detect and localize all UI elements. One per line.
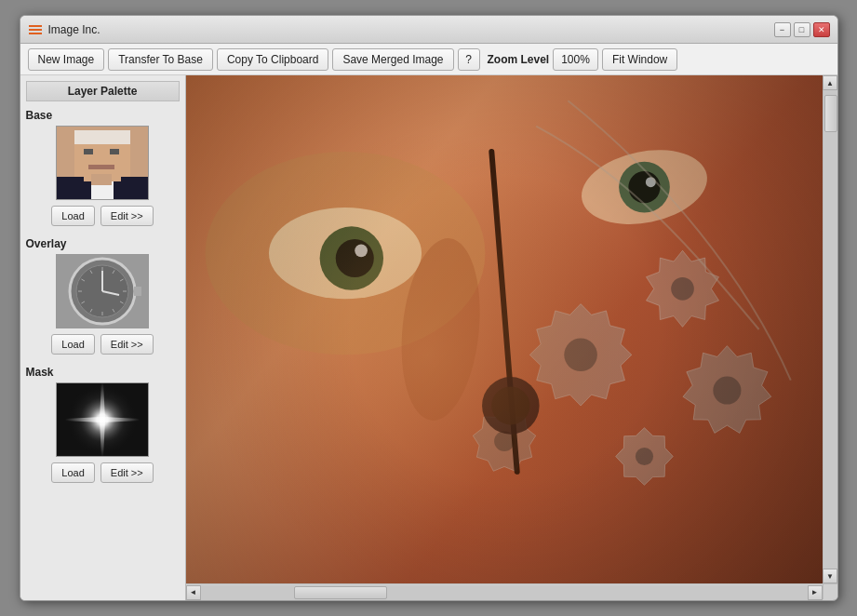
close-button[interactable]: ✕ <box>813 22 830 37</box>
mask-thumbnail <box>56 382 149 457</box>
zoom-level-label: Zoom Level <box>488 53 550 66</box>
scroll-corner <box>823 584 837 599</box>
overlay-edit-button[interactable]: Edit >> <box>100 334 154 355</box>
toolbar: New Image Transfer To Base Copy To Clipb… <box>20 44 837 75</box>
image-row: ▲ ▼ <box>186 75 837 583</box>
main-image-canvas <box>186 75 823 583</box>
scroll-up-button[interactable]: ▲ <box>823 75 837 90</box>
copy-to-clipboard-button[interactable]: Copy To Clipboard <box>217 48 329 71</box>
base-thumbnail <box>56 126 149 200</box>
vertical-scrollbar: ▲ ▼ <box>823 75 837 583</box>
base-controls: Load Edit >> <box>26 206 180 226</box>
bottom-area: ◄ ► <box>186 583 837 600</box>
horizontal-scrollbar: ◄ ► <box>186 584 823 600</box>
minimize-button[interactable]: − <box>774 22 791 37</box>
app-logo-icon <box>28 22 43 37</box>
zoom-value-display: 100% <box>553 48 598 71</box>
app-title: Image Inc. <box>48 23 100 36</box>
base-canvas <box>56 126 149 200</box>
mask-edit-button[interactable]: Edit >> <box>100 462 154 483</box>
base-edit-button[interactable]: Edit >> <box>100 206 154 226</box>
maximize-button[interactable]: □ <box>794 22 810 37</box>
overlay-controls: Load Edit >> <box>26 334 180 355</box>
help-button[interactable]: ? <box>458 48 480 71</box>
svg-rect-2 <box>29 33 42 34</box>
fit-window-button[interactable]: Fit Window <box>602 48 677 71</box>
save-merged-image-button[interactable]: Save Merged Image <box>332 48 453 71</box>
overlay-load-button[interactable]: Load <box>51 334 94 355</box>
layer-palette-title: Layer Palette <box>26 81 180 101</box>
scroll-down-button[interactable]: ▼ <box>823 569 837 583</box>
horizontal-scroll-track[interactable] <box>201 585 808 600</box>
vertical-scroll-thumb[interactable] <box>824 95 837 132</box>
mask-section-title: Mask <box>26 366 180 379</box>
mask-section: Mask Load Edit >> <box>26 366 180 483</box>
content-area: Layer Palette Base Load Edit >> Overlay <box>20 75 837 600</box>
mask-canvas <box>56 382 149 457</box>
overlay-section-title: Overlay <box>26 237 180 250</box>
horizontal-scroll-thumb[interactable] <box>294 586 387 599</box>
layer-palette-panel: Layer Palette Base Load Edit >> Overlay <box>20 75 186 600</box>
titlebar-buttons: − □ ✕ <box>774 22 830 37</box>
svg-rect-0 <box>29 25 42 27</box>
overlay-thumbnail <box>56 254 149 328</box>
new-image-button[interactable]: New Image <box>28 48 105 71</box>
svg-rect-1 <box>29 29 42 31</box>
titlebar-left: Image Inc. <box>28 22 100 37</box>
scroll-right-button[interactable]: ► <box>808 585 823 600</box>
base-load-button[interactable]: Load <box>51 206 94 226</box>
overlay-section: Overlay Load Edit >> <box>26 237 180 355</box>
base-section-title: Base <box>26 109 180 122</box>
transfer-to-base-button[interactable]: Transfer To Base <box>108 48 213 71</box>
mask-controls: Load Edit >> <box>26 462 180 483</box>
main-window: Image Inc. − □ ✕ New Image Transfer To B… <box>20 15 838 601</box>
overlay-canvas <box>56 254 149 328</box>
mask-load-button[interactable]: Load <box>51 462 94 483</box>
image-area: ▲ ▼ ◄ ► <box>186 75 837 600</box>
titlebar: Image Inc. − □ ✕ <box>20 16 837 44</box>
vertical-scroll-track[interactable] <box>824 90 837 569</box>
scroll-left-button[interactable]: ◄ <box>186 585 201 600</box>
base-section: Base Load Edit >> <box>26 109 180 226</box>
image-viewport <box>186 75 823 583</box>
